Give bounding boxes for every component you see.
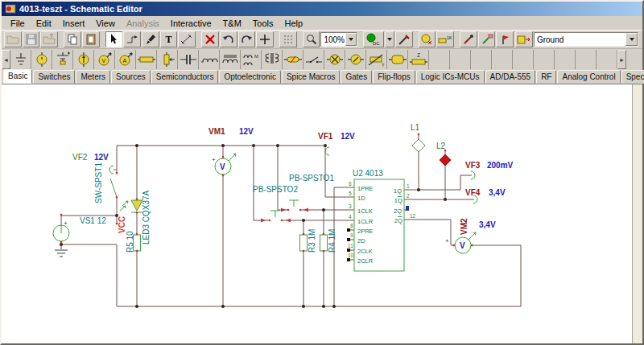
component-thermistor-button[interactable]: T <box>366 50 387 69</box>
component-inductor-button[interactable] <box>199 50 220 69</box>
component-voltage-source-button[interactable] <box>31 50 52 69</box>
sw-spst1-switch[interactable]: SW-SPST1 <box>94 162 118 203</box>
tab-meters[interactable]: Meters <box>76 70 110 84</box>
component-potentiometer-button[interactable] <box>157 50 178 69</box>
pb1-label[interactable]: PB-SPSTO1 <box>289 174 334 183</box>
vm2-name-label[interactable]: VM2 <box>460 218 469 235</box>
tab-basic[interactable]: Basic <box>3 69 32 84</box>
dc-interactive-button[interactable]: DC <box>363 31 384 47</box>
current-arrow-button[interactable] <box>460 31 477 47</box>
redo-button[interactable] <box>238 31 256 47</box>
component-coupled-inductors-button[interactable]: M <box>241 50 262 69</box>
vf1-voltage-pin[interactable]: VF1 12V <box>318 132 355 155</box>
ground-symbol[interactable] <box>55 250 68 257</box>
schematic-canvas[interactable]: + VS1 12 SW-SPST1 VF2 12V VCC <box>2 84 642 343</box>
wire-tool-button[interactable] <box>123 31 141 47</box>
vf2-name-label[interactable]: VF2 <box>72 153 88 162</box>
led3-label[interactable]: LED3 CQX37A <box>142 190 151 244</box>
zoom-button[interactable] <box>303 31 320 47</box>
tab-semiconductors[interactable]: Semiconductors <box>151 70 219 84</box>
r3-label[interactable]: R3 1M <box>308 229 316 253</box>
tab-rf[interactable]: RF <box>536 70 556 84</box>
component-scroll-left[interactable]: ◂ <box>2 50 10 69</box>
component-fuse-button[interactable] <box>283 50 303 69</box>
u2-ref-label[interactable]: U2 4013 <box>353 169 383 178</box>
component-impedance-button[interactable]: Z <box>408 50 429 69</box>
zoom-combo-arrow[interactable] <box>345 33 357 46</box>
l1-logic-indicator[interactable]: L1 <box>411 123 425 152</box>
dc-mode-dropdown[interactable] <box>385 31 394 47</box>
paste-button[interactable] <box>82 31 100 47</box>
wires[interactable] <box>61 134 521 306</box>
menu-item-edit[interactable]: Edit <box>31 17 57 30</box>
component-motor-button[interactable] <box>345 50 366 69</box>
component-capacitor-button[interactable] <box>178 50 199 69</box>
r5-label[interactable]: R5 10 <box>126 231 134 253</box>
vm2-voltmeter[interactable]: V + VM2 3,4V <box>445 218 496 253</box>
vm1-name-label[interactable]: VM1 <box>208 127 225 136</box>
vcc-jumper[interactable]: VCC <box>116 216 126 233</box>
vf3-voltage-pin[interactable]: VF3 200mV <box>465 161 514 179</box>
move-tool-button[interactable] <box>256 31 274 47</box>
test-lead-button[interactable] <box>478 31 496 47</box>
component-relay-button[interactable] <box>387 50 408 69</box>
import-button[interactable] <box>40 31 58 47</box>
undo-button[interactable] <box>220 31 237 47</box>
component-current-source-button[interactable] <box>73 50 94 69</box>
vcc-label[interactable]: VCC <box>118 216 126 233</box>
tab-switches[interactable]: Switches <box>33 70 75 84</box>
vf1-name-label[interactable]: VF1 <box>318 132 333 141</box>
multimeter-button[interactable] <box>419 31 436 47</box>
l1-label[interactable]: L1 <box>411 123 420 132</box>
schematic-drawing[interactable]: + VS1 12 SW-SPST1 VF2 12V VCC <box>2 84 642 343</box>
vf3-name-label[interactable]: VF3 <box>465 161 481 170</box>
battery-1k-button[interactable]: 1K <box>436 31 454 47</box>
open-file-button[interactable] <box>4 31 22 47</box>
tab-sources[interactable]: Sources <box>111 70 151 84</box>
menu-item-tools[interactable]: Tools <box>247 17 279 30</box>
menu-item-interactive[interactable]: Interactive <box>165 17 217 30</box>
r3-resistor[interactable]: R3 1M <box>300 229 317 253</box>
zoom-level-combo[interactable]: 100% <box>320 32 357 47</box>
menu-item-file[interactable]: File <box>5 17 31 30</box>
l2-logic-indicator-on[interactable]: L2 <box>436 142 451 166</box>
sw1-label[interactable]: SW-SPST1 <box>94 162 103 203</box>
tab-analog-control[interactable]: Analog Control <box>557 70 620 84</box>
menu-item-help[interactable]: Help <box>279 17 309 30</box>
text-tool-button[interactable]: T <box>160 31 178 47</box>
pb2-label[interactable]: PB-SPSTO2 <box>253 185 298 194</box>
component-inductor-core-button[interactable] <box>220 50 241 69</box>
vs1-label[interactable]: VS1 12 <box>80 216 106 225</box>
r4-label[interactable]: R4 1M <box>328 229 336 253</box>
tab-special[interactable]: Special <box>621 70 644 84</box>
save-button[interactable] <box>23 31 40 47</box>
component-switch-button[interactable] <box>303 50 324 69</box>
vm1-voltmeter[interactable]: V + VM1 12V <box>208 127 254 176</box>
vf4-name-label[interactable]: VF4 <box>465 188 481 197</box>
menu-item-insert[interactable]: Insert <box>57 17 91 30</box>
pb-spsto2-pushbutton[interactable]: PB-SPSTO2 <box>253 185 298 223</box>
component-resistor-button[interactable] <box>136 50 157 69</box>
component-scroll-right[interactable]: ▸ <box>617 50 626 69</box>
app-icon[interactable] <box>5 3 16 14</box>
component-voltmeter-button[interactable]: V <box>94 50 115 69</box>
grid-toggle-button[interactable] <box>279 31 297 47</box>
vf4-voltage-pin[interactable]: VF4 3,4V <box>465 188 506 203</box>
tab-flip-flops[interactable]: Flip-flops <box>373 70 415 84</box>
component-lamp-button[interactable] <box>324 50 345 69</box>
delete-button[interactable] <box>201 31 219 47</box>
copy-button[interactable] <box>64 31 81 47</box>
l2-label[interactable]: L2 <box>436 142 446 150</box>
tab-logic-ics-mcus[interactable]: Logic ICs-MCUs <box>416 70 485 84</box>
vertical-scrollbar[interactable] <box>632 84 642 343</box>
tab-spice-macros[interactable]: Spice Macros <box>282 70 341 84</box>
component-battery-button[interactable] <box>52 50 73 69</box>
tab-optoelectronic[interactable]: Optoelectronic <box>219 70 280 84</box>
probe-tool-button[interactable] <box>395 31 413 47</box>
pen-tool-button[interactable] <box>142 31 159 47</box>
component-transformer-button[interactable] <box>262 50 283 69</box>
menu-item-tm[interactable]: T&M <box>217 17 247 30</box>
menu-item-view[interactable]: View <box>90 17 121 30</box>
flag-probe-button[interactable] <box>496 31 514 47</box>
tab-ad-da-555[interactable]: AD/DA-555 <box>485 70 536 84</box>
